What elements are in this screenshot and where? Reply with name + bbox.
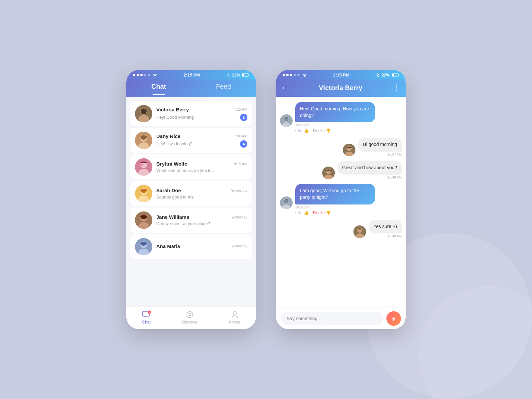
like-button[interactable]: Like 👍	[295, 128, 309, 133]
battery-pct-1: 22%	[232, 73, 240, 77]
unread-badge: 2	[240, 114, 247, 121]
list-item[interactable]: Jane Williams Yesterday Can we meet at y…	[130, 207, 252, 233]
svg-rect-36	[285, 119, 286, 120]
avatar	[135, 185, 152, 202]
message-bubble: I am good, Will you go to the party toni…	[295, 184, 375, 204]
contact-name: Ana Maria	[156, 243, 180, 249]
svg-point-28	[233, 312, 236, 315]
message-content: I am good, Will you go to the party toni…	[295, 184, 375, 209]
list-item[interactable]: Dany Rice 11:30 AM Hey! Hws it going? 4	[130, 128, 252, 153]
message-row: I am good, Will you go to the party toni…	[280, 184, 402, 209]
message-content: Yes sure :-) 10:48 AM	[369, 220, 402, 238]
message-timestamp: 10:48 AM	[388, 234, 402, 238]
bottom-nav-profile[interactable]: Profile	[229, 310, 240, 325]
message-bubble: Great and how about you?	[337, 161, 402, 175]
dislike-label: Dislike	[313, 210, 325, 215]
svg-point-42	[326, 169, 331, 174]
svg-point-26	[187, 312, 193, 318]
avatar	[280, 197, 293, 209]
list-item[interactable]: Victoria Berry 4:25 PM Hey! Good Morning…	[130, 101, 252, 126]
avatar	[343, 144, 355, 156]
avatar	[322, 167, 335, 179]
svg-point-49	[357, 227, 362, 233]
chat-preview-row: Hey! Hws it going? 4	[156, 140, 247, 148]
avatar	[280, 114, 293, 127]
thumbs-down-icon: 👎	[326, 210, 331, 215]
chat-info: Victoria Berry 4:25 PM Hey! Good Morning…	[156, 107, 247, 121]
chat-name-row: Ana Maria Yesterday	[156, 243, 247, 249]
message-preview: Can we meet at your place?	[156, 221, 210, 226]
chat-name-row: Victoria Berry 4:25 PM	[156, 107, 247, 112]
message-preview: Hey! Good Morning	[156, 115, 194, 120]
chat-nav-label: Chat	[142, 320, 151, 325]
send-button[interactable]: ➤	[386, 311, 401, 326]
chat-preview-row: What kind of music do you like?	[156, 168, 247, 173]
signal-dot-1	[133, 74, 135, 76]
like-button[interactable]: Like 👍	[295, 210, 309, 215]
battery-icon-2	[392, 73, 399, 77]
svg-rect-37	[287, 119, 288, 120]
chat-info: Dany Rice 11:30 AM Hey! Hws it going? 4	[156, 133, 247, 148]
bottom-nav-discover[interactable]: Discover	[182, 310, 198, 325]
discover-nav-label: Discover	[182, 320, 198, 325]
signal-dot-4b	[294, 74, 296, 76]
dislike-button[interactable]: Dislike 👎	[313, 128, 331, 133]
contact-name: Bryttni Wolfe	[156, 161, 187, 167]
nav-header-1: Chat Feed	[126, 79, 256, 97]
chat-info: Bryttni Wolfe 8:15 AM What kind of music…	[156, 161, 247, 173]
status-left-2	[283, 73, 307, 77]
battery-pct-2: 22%	[382, 73, 390, 77]
signal-dot-2	[137, 74, 139, 76]
message-timestamp: 10:47 AM	[388, 153, 402, 156]
contact-name: Sarah Doe	[156, 188, 181, 193]
tab-chat[interactable]: Chat	[141, 79, 176, 94]
chat-info: Jane Williams Yesterday Can we meet at y…	[156, 214, 247, 226]
message-time: Yesterday	[231, 189, 247, 193]
list-item[interactable]: Sarah Doe Yesterday Sounds good to me	[130, 181, 252, 206]
svg-point-13	[141, 164, 143, 166]
tab-feed[interactable]: Feed	[206, 79, 241, 94]
more-options-button[interactable]: ⋮	[393, 83, 400, 92]
avatar	[353, 225, 366, 238]
chat-preview-row: Can we meet at your place?	[156, 221, 247, 226]
list-item[interactable]: Bryttni Wolfe 8:15 AM What kind of music…	[130, 154, 252, 180]
message-timestamp: 10:48 AM	[388, 176, 402, 179]
message-preview: Hey! Hws it going?	[156, 141, 192, 146]
message-group: Hey! Good morning. How you are doing? 10…	[280, 102, 402, 133]
like-label: Like	[295, 210, 303, 215]
status-right-1: 22%	[226, 73, 249, 77]
thumbs-up-icon: 👍	[304, 128, 309, 133]
bottom-nav-chat[interactable]: ! Chat	[142, 310, 151, 325]
signal-dot-3b	[290, 74, 292, 76]
chat-name-row: Sarah Doe Yesterday	[156, 188, 247, 193]
message-row: Hi good morning 10:47 AM	[280, 138, 402, 156]
message-time: 8:15 AM	[234, 162, 247, 166]
status-bar-2: 2:15 PM 22%	[276, 70, 406, 79]
profile-nav-label: Profile	[229, 320, 240, 325]
dislike-label: Dislike	[313, 128, 325, 133]
bluetooth-icon-2	[376, 73, 380, 77]
contact-name: Jane Williams	[156, 214, 189, 220]
chat-name-row: Bryttni Wolfe 8:15 AM	[156, 161, 247, 167]
message-content: Great and how about you? 10:48 AM	[337, 161, 402, 180]
bottom-nav: ! Chat Discover	[126, 307, 256, 329]
message-input[interactable]	[281, 312, 383, 325]
message-list: Hey! Good morning. How you are doing? 10…	[276, 97, 406, 308]
send-icon: ➤	[390, 314, 398, 323]
avatar	[135, 132, 152, 149]
list-item[interactable]: Ana Maria Yesterday	[130, 234, 252, 259]
chat-name-row: Jane Williams Yesterday	[156, 214, 247, 220]
message-bubble: Yes sure :-)	[369, 220, 402, 234]
unread-badge: 4	[240, 140, 247, 148]
message-timestamp: 10:25 AM	[295, 123, 375, 127]
message-reactions: Like 👍 Dislike 👎	[295, 210, 402, 215]
discover-icon	[186, 310, 194, 319]
signal-dot-5b	[297, 74, 300, 76]
svg-point-27	[189, 314, 191, 316]
message-bubble: Hi good morning	[358, 138, 402, 152]
back-button[interactable]: ←	[281, 83, 289, 92]
message-row: Great and how about you? 10:48 AM	[280, 161, 402, 180]
chat-preview-row: Hey! Good Morning 2	[156, 114, 247, 121]
dislike-button[interactable]: Dislike 👎	[313, 210, 331, 215]
message-time: 4:25 PM	[234, 107, 247, 111]
